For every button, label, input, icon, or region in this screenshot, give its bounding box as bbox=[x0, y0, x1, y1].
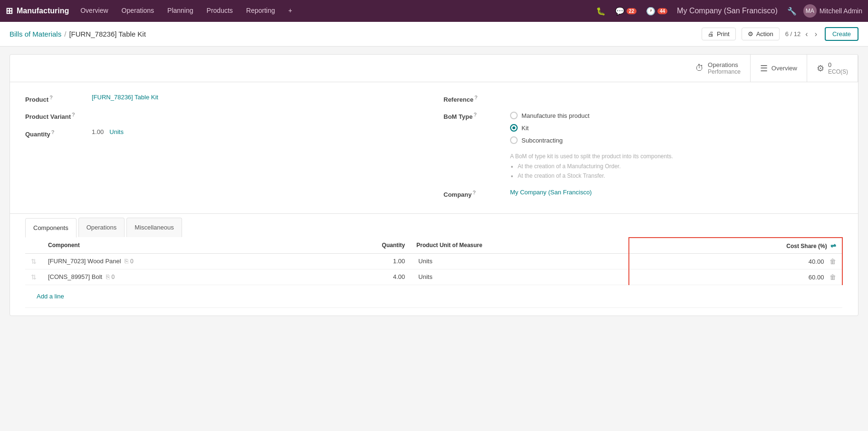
tab-components[interactable]: Components bbox=[25, 218, 77, 238]
chat-badge: 22 bbox=[627, 8, 637, 14]
row1-handle[interactable]: ⇅ bbox=[25, 253, 42, 269]
eco-gear-icon: ⚙ bbox=[817, 63, 824, 74]
components-table-area: Component Quantity Product Unit of Measu… bbox=[10, 237, 858, 316]
company-value[interactable]: My Company (San Francisco) bbox=[510, 189, 592, 196]
company-row: Company? My Company (San Francisco) bbox=[444, 189, 843, 198]
radio-kit[interactable]: Kit bbox=[510, 124, 589, 132]
row2-uom[interactable]: Units bbox=[411, 269, 629, 285]
action-button[interactable]: ⚙ Action bbox=[742, 28, 780, 40]
user-name: Mitchell Admin bbox=[820, 7, 862, 15]
nav-products[interactable]: Products bbox=[201, 0, 239, 22]
add-line-row: Add a line bbox=[25, 285, 842, 307]
row2-component: [CONS_89957] Bolt ⎘ 0 bbox=[42, 269, 314, 285]
tab-operations[interactable]: Operations bbox=[78, 218, 125, 237]
col-uom: Product Unit of Measure bbox=[411, 238, 629, 254]
quantity-value[interactable]: 1.00 bbox=[92, 128, 104, 135]
radio-manufacture[interactable]: Manufacture this product bbox=[510, 112, 589, 119]
pager-next-button[interactable]: › bbox=[813, 29, 819, 39]
form-area: Product? [FURN_78236] Table Kit Product … bbox=[10, 82, 858, 213]
product-variant-label: Product Variant? bbox=[25, 111, 92, 120]
clock-badge: 44 bbox=[657, 8, 667, 14]
create-button[interactable]: Create bbox=[825, 27, 858, 41]
form-grid: Product? [FURN_78236] Table Kit Product … bbox=[25, 94, 843, 206]
delete-row2-icon[interactable]: 🗑 bbox=[829, 273, 836, 281]
quantity-uom[interactable]: Units bbox=[109, 128, 124, 135]
top-navigation: ⊞ Manufacturing Overview Operations Plan… bbox=[0, 0, 868, 22]
nav-operations[interactable]: Operations bbox=[116, 0, 160, 22]
drag-handle-icon: ⇅ bbox=[31, 273, 37, 281]
radio-subcontracting[interactable]: Subcontracting bbox=[510, 136, 589, 144]
product-row: Product? [FURN_78236] Table Kit bbox=[25, 94, 415, 103]
product-value[interactable]: [FURN_78236] Table Kit bbox=[92, 94, 158, 101]
delete-row1-icon[interactable]: 🗑 bbox=[829, 258, 836, 265]
add-line-button[interactable]: Add a line bbox=[31, 289, 70, 304]
chat-icon: 💬 bbox=[615, 7, 625, 16]
debug-icon-btn[interactable]: 🐛 bbox=[593, 7, 608, 16]
breadcrumb-bar: Bills of Materials / [FURN_78236] Table … bbox=[0, 22, 868, 47]
components-table: Component Quantity Product Unit of Measu… bbox=[25, 237, 843, 308]
row2-cost-share[interactable]: 60.00 🗑 bbox=[629, 269, 842, 285]
overview-button[interactable]: ☰ Overview bbox=[751, 55, 807, 82]
wrench-icon: 🔧 bbox=[787, 7, 797, 16]
row1-quantity[interactable]: 1.00 bbox=[314, 253, 411, 269]
tab-miscellaneous[interactable]: Miscellaneous bbox=[126, 218, 182, 237]
timer-icon: ⏱ bbox=[695, 63, 704, 73]
nav-planning[interactable]: Planning bbox=[162, 0, 199, 22]
quantity-label: Quantity? bbox=[25, 128, 92, 138]
cost-share-sort-icon[interactable]: ⇌ bbox=[830, 242, 836, 249]
app-name: Manufacturing bbox=[17, 7, 69, 15]
radio-circle-subcontracting bbox=[510, 136, 518, 144]
user-menu[interactable]: MA Mitchell Admin bbox=[803, 4, 862, 18]
copy-icon[interactable]: ⎘ bbox=[106, 273, 110, 280]
company-label[interactable]: My Company (San Francisco) bbox=[674, 7, 781, 15]
form-right: Reference? BoM Type? Manufacture this pr… bbox=[434, 94, 843, 206]
bom-type-radio-group: Manufacture this product Kit Subcontract… bbox=[510, 112, 589, 144]
breadcrumb-actions: 🖨 Print ⚙ Action 6 / 12 ‹ › Create bbox=[702, 27, 858, 41]
breadcrumb-parent[interactable]: Bills of Materials bbox=[10, 30, 61, 38]
app-brand[interactable]: ⊞ Manufacturing bbox=[6, 6, 69, 16]
nav-add[interactable]: + bbox=[283, 0, 298, 22]
smart-buttons-row: ⏱ Operations Performance ☰ Overview ⚙ 0 … bbox=[10, 55, 858, 82]
print-button[interactable]: 🖨 Print bbox=[702, 28, 736, 40]
row1-zero-badge: 0 bbox=[130, 258, 134, 265]
bom-type-label: BoM Type? bbox=[444, 111, 510, 120]
gear-icon: ⚙ bbox=[748, 30, 753, 38]
breadcrumb-current: [FURN_78236] Table Kit bbox=[69, 30, 145, 38]
breadcrumb-separator: / bbox=[64, 30, 66, 38]
row2-handle[interactable]: ⇅ bbox=[25, 269, 42, 285]
ops-performance-button[interactable]: ⏱ Operations Performance bbox=[686, 55, 751, 82]
row2-zero-badge: 0 bbox=[111, 274, 115, 280]
table-header: Component Quantity Product Unit of Measu… bbox=[25, 238, 842, 254]
product-label: Product? bbox=[25, 94, 92, 103]
print-icon: 🖨 bbox=[708, 30, 714, 38]
settings-btn[interactable]: 🔧 bbox=[784, 7, 800, 16]
bug-icon: 🐛 bbox=[596, 7, 606, 16]
table-row: ⇅ [CONS_89957] Bolt ⎘ 0 4.00 Units bbox=[25, 269, 842, 285]
copy-icon[interactable]: ⎘ bbox=[125, 258, 128, 265]
nav-reporting[interactable]: Reporting bbox=[241, 0, 281, 22]
col-handle bbox=[25, 238, 42, 254]
pager-prev-button[interactable]: ‹ bbox=[803, 29, 810, 39]
chat-btn[interactable]: 💬 22 bbox=[612, 7, 639, 16]
row1-uom[interactable]: Units bbox=[411, 253, 629, 269]
company-label: Company? bbox=[444, 189, 510, 198]
reference-row: Reference? bbox=[444, 94, 843, 103]
clock-btn[interactable]: 🕐 44 bbox=[643, 7, 670, 16]
ecos-button[interactable]: ⚙ 0 ECO(S) bbox=[807, 55, 858, 82]
nav-overview[interactable]: Overview bbox=[75, 0, 114, 22]
radio-circle-kit bbox=[510, 124, 518, 132]
list-icon: ☰ bbox=[760, 63, 768, 74]
row2-quantity[interactable]: 4.00 bbox=[314, 269, 411, 285]
radio-circle-manufacture bbox=[510, 112, 518, 119]
clock-icon: 🕐 bbox=[646, 7, 656, 16]
row1-component: [FURN_7023] Wood Panel ⎘ 0 bbox=[42, 253, 314, 269]
bom-hint: A BoM of type kit is used to split the p… bbox=[510, 152, 843, 181]
quantity-row: Quantity? 1.00 Units bbox=[25, 128, 415, 138]
row1-cost-share[interactable]: 40.00 🗑 bbox=[629, 253, 842, 269]
grid-icon: ⊞ bbox=[6, 6, 13, 16]
breadcrumb: Bills of Materials / [FURN_78236] Table … bbox=[10, 30, 146, 38]
reference-label: Reference? bbox=[444, 94, 510, 103]
avatar: MA bbox=[803, 4, 817, 18]
pager: 6 / 12 ‹ › bbox=[785, 29, 819, 39]
table-body: ⇅ [FURN_7023] Wood Panel ⎘ 0 1.00 Units bbox=[25, 253, 842, 307]
